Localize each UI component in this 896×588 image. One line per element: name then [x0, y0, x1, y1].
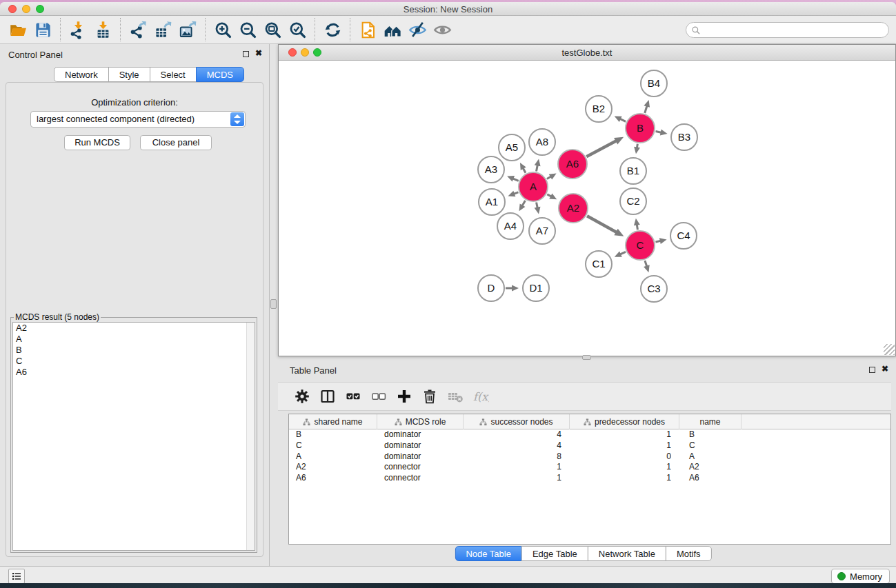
graph-node-C[interactable]: C: [626, 231, 655, 260]
first-neighbors-button[interactable]: [380, 18, 405, 41]
column-header-shared-name[interactable]: shared name: [289, 414, 377, 429]
tab-select[interactable]: Select: [150, 67, 197, 82]
column-header-predecessor-nodes[interactable]: predecessor nodes: [570, 414, 679, 429]
graph-edge-D-D1[interactable]: [506, 285, 519, 292]
graph-edge-B-B1[interactable]: [634, 144, 640, 154]
graph-node-A3[interactable]: A3: [478, 156, 504, 183]
table-row[interactable]: Bdominator41B: [289, 429, 890, 440]
table-cell[interactable]: 4: [464, 440, 570, 452]
graph-edge-C-C4[interactable]: [655, 238, 666, 244]
select-all-columns-button[interactable]: [340, 385, 366, 407]
table-row[interactable]: A2connector11A2: [289, 462, 890, 473]
result-item[interactable]: A6: [13, 367, 246, 378]
table-cell[interactable]: A6: [289, 473, 377, 484]
close-panel-icon[interactable]: ✖: [255, 48, 262, 58]
result-item[interactable]: A2: [13, 323, 246, 334]
graph-edge-A2-C[interactable]: [587, 216, 624, 236]
horizontal-splitter-handle[interactable]: [582, 355, 591, 360]
zoom-fit-button[interactable]: [260, 18, 285, 41]
graph-node-A7[interactable]: A7: [529, 218, 555, 244]
table-cell[interactable]: 1: [570, 462, 679, 473]
graph-edge-A-A6[interactable]: [547, 174, 557, 180]
close-panel-button[interactable]: Close panel: [140, 135, 212, 150]
network-graph[interactable]: AA1A2A3A4A5A6A7A8BB1B2B3B4CC1C2C3C4DD1: [279, 61, 895, 356]
graph-node-A4[interactable]: A4: [497, 213, 524, 239]
tab-mcds[interactable]: MCDS: [196, 67, 244, 82]
graph-node-A2[interactable]: A2: [559, 194, 588, 223]
float-panel-icon[interactable]: [243, 51, 249, 57]
zoom-out-button[interactable]: [235, 18, 260, 41]
table-cell[interactable]: C: [289, 440, 377, 452]
resize-grip-icon[interactable]: [884, 344, 895, 355]
graph-node-A6[interactable]: A6: [558, 150, 587, 179]
graph-node-B1[interactable]: B1: [620, 158, 646, 184]
graph-edge-A-A8[interactable]: [535, 159, 541, 172]
graph-node-B2[interactable]: B2: [586, 96, 612, 122]
zoom-in-button[interactable]: [210, 18, 235, 41]
table-cell[interactable]: B: [289, 429, 377, 440]
graph-node-D[interactable]: D: [478, 275, 504, 301]
column-header-name[interactable]: name: [679, 414, 741, 429]
delete-column-button[interactable]: [417, 385, 442, 407]
export-table-button[interactable]: [150, 18, 175, 41]
run-mcds-button[interactable]: Run MCDS: [64, 135, 130, 150]
graph-node-B[interactable]: B: [626, 114, 655, 143]
tab-style[interactable]: Style: [108, 67, 150, 82]
save-session-button[interactable]: [30, 18, 55, 41]
table-row[interactable]: A6connector11A6: [289, 473, 890, 484]
table-cell[interactable]: C: [679, 440, 741, 452]
result-item[interactable]: B: [13, 345, 246, 356]
import-network-button[interactable]: [66, 18, 90, 41]
table-close-panel-icon[interactable]: ✖: [882, 364, 888, 374]
table-cell[interactable]: dominator: [377, 440, 464, 452]
table-cell[interactable]: A2: [289, 462, 377, 473]
graph-edge-C-C2[interactable]: [634, 219, 640, 230]
tab-motifs[interactable]: Motifs: [666, 546, 712, 561]
result-item[interactable]: A: [13, 334, 246, 345]
network-canvas[interactable]: AA1A2A3A4A5A6A7A8BB1B2B3B4CC1C2C3C4DD1: [279, 61, 895, 356]
export-image-button[interactable]: [175, 18, 200, 41]
graph-node-C1[interactable]: C1: [586, 251, 612, 277]
table-cell[interactable]: 0: [570, 452, 679, 463]
graph-edge-A-A5[interactable]: [520, 163, 526, 173]
show-all-button[interactable]: [430, 18, 455, 41]
graph-edge-C-C3[interactable]: [644, 261, 650, 272]
graph-node-B3[interactable]: B3: [671, 124, 697, 150]
new-network-button[interactable]: [355, 18, 380, 41]
graph-node-C2[interactable]: C2: [620, 188, 646, 214]
split-columns-button[interactable]: [315, 385, 340, 407]
table-cell[interactable]: 4: [464, 429, 570, 440]
graph-node-D1[interactable]: D1: [523, 275, 549, 301]
task-history-button[interactable]: [8, 569, 25, 583]
graph-node-A5[interactable]: A5: [499, 134, 525, 161]
graph-node-A[interactable]: A: [519, 172, 548, 201]
table-cell[interactable]: B: [679, 429, 741, 440]
table-row[interactable]: Adominator80A: [289, 452, 890, 463]
refresh-button[interactable]: [320, 18, 345, 41]
add-column-button[interactable]: [391, 385, 417, 407]
table-cell[interactable]: 1: [570, 440, 679, 452]
graph-edge-B-B3[interactable]: [656, 130, 668, 136]
graph-edge-B-B2[interactable]: [615, 116, 626, 122]
open-file-button[interactable]: [6, 18, 30, 41]
table-cell[interactable]: 1: [570, 473, 679, 484]
table-cell[interactable]: A2: [679, 462, 741, 473]
table-row[interactable]: Cdominator41C: [289, 440, 890, 452]
table-float-panel-icon[interactable]: [869, 367, 875, 373]
graph-node-B4[interactable]: B4: [641, 70, 667, 97]
hide-selected-button[interactable]: [405, 18, 430, 41]
graph-edge-A-A4[interactable]: [519, 201, 526, 211]
table-cell[interactable]: A6: [679, 473, 741, 484]
search-input[interactable]: [701, 24, 888, 37]
import-table-button[interactable]: [90, 18, 115, 41]
table-cell[interactable]: dominator: [377, 452, 464, 463]
graph-edge-B-B4[interactable]: [644, 100, 650, 113]
mcds-result-scrollbar[interactable]: [246, 323, 255, 550]
table-cell[interactable]: 1: [570, 429, 679, 440]
graph-node-A8[interactable]: A8: [529, 129, 555, 155]
graph-edge-A-A7[interactable]: [535, 203, 541, 214]
vertical-splitter-handle[interactable]: [270, 299, 277, 309]
gear-button[interactable]: [289, 385, 315, 407]
table-cell[interactable]: 1: [464, 473, 570, 484]
graph-edge-A6-B[interactable]: [586, 137, 624, 157]
